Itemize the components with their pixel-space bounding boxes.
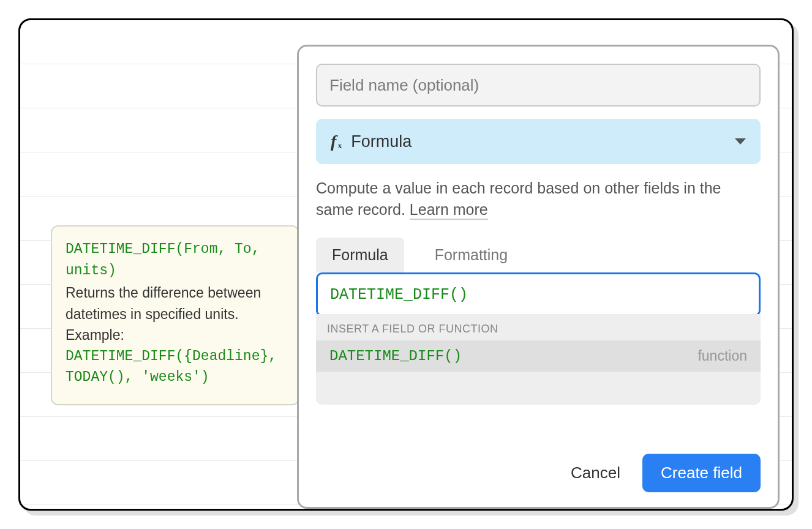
autocomplete-item-kind: function [697,348,747,364]
tooltip-description: Returns the difference between datetimes… [66,282,285,346]
learn-more-link[interactable]: Learn more [410,201,488,220]
field-type-description: Compute a value in each record based on … [316,178,761,220]
formula-icon: f [331,132,336,151]
chevron-down-icon [735,138,746,144]
autocomplete-dropdown: INSERT A FIELD OR FUNCTION DATETIME_DIFF… [316,314,761,405]
tooltip-signature: DATETIME_DIFF(From, To, units) [66,239,285,281]
autocomplete-header: INSERT A FIELD OR FUNCTION [316,319,761,340]
tab-formula[interactable]: Formula [316,238,404,272]
autocomplete-item-name: DATETIME_DIFF() [329,348,462,364]
create-field-button[interactable]: Create field [642,454,761,492]
field-type-label: Formula [351,132,735,151]
panel-footer: Cancel Create field [316,441,761,492]
function-help-tooltip: DATETIME_DIFF(From, To, units) Returns t… [51,225,299,405]
tab-formatting[interactable]: Formatting [419,238,524,272]
cancel-button[interactable]: Cancel [571,463,620,482]
field-name-input[interactable] [316,64,761,107]
autocomplete-item[interactable]: DATETIME_DIFF() function [316,340,761,372]
field-type-selector[interactable]: f Formula [316,119,761,164]
formula-input[interactable]: DATETIME_DIFF() [316,272,761,317]
create-field-panel: f Formula Compute a value in each record… [297,45,780,509]
tooltip-example: DATETIME_DIFF({Deadline}, TODAY(), 'week… [66,346,285,388]
field-config-tabs: Formula Formatting [316,238,761,272]
